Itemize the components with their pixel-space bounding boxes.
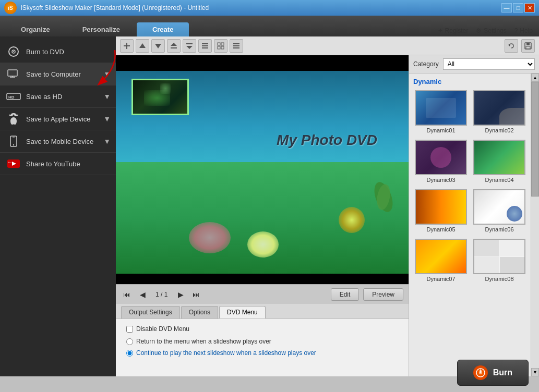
previous-button[interactable]: ◀ bbox=[137, 289, 148, 300]
window-controls[interactable]: — □ ✕ bbox=[501, 3, 535, 13]
category-select[interactable]: All Dynamic Static bbox=[443, 58, 535, 70]
dvd-menu-panel: Disable DVD Menu Return to the menu when… bbox=[116, 319, 409, 376]
theme-thumbnail-dynamic01 bbox=[415, 90, 467, 126]
toolbar-btn-4[interactable] bbox=[167, 39, 181, 53]
settings-button[interactable]: ⚙ Settings bbox=[476, 27, 506, 34]
theme-name-dynamic08: Dynamic08 bbox=[485, 276, 513, 282]
mobile-icon bbox=[6, 136, 21, 147]
option2-label: Continue to play the next slideshow when… bbox=[136, 349, 316, 357]
svg-rect-20 bbox=[171, 47, 177, 48]
sidebar-item-save-computer[interactable]: Save to Computer ▼ bbox=[0, 63, 116, 85]
sidebar-item-youtube[interactable]: You Share to YouTube bbox=[0, 153, 116, 175]
theme-item-dynamic08[interactable]: Dynamic08 bbox=[472, 237, 527, 284]
theme-item-dynamic03[interactable]: Dynamic03 bbox=[413, 138, 469, 185]
help-button[interactable]: ? Help bbox=[514, 27, 533, 34]
theme-scroll-area[interactable]: Dynamic Dynamic01 bbox=[409, 74, 531, 376]
svg-rect-22 bbox=[186, 43, 193, 44]
tab-options[interactable]: Options bbox=[181, 306, 218, 318]
scroll-up-button[interactable]: ▲ bbox=[531, 74, 539, 82]
sidebar-item-burn-dvd[interactable]: Burn to DVD bbox=[0, 41, 116, 63]
skip-to-start-button[interactable]: ⏮ bbox=[121, 289, 133, 300]
theme-item-dynamic05[interactable]: Dynamic05 bbox=[413, 188, 469, 234]
toolbar-btn-3[interactable] bbox=[151, 39, 165, 53]
svg-rect-32 bbox=[233, 47, 239, 48]
svg-point-2 bbox=[13, 51, 14, 52]
svg-rect-28 bbox=[218, 46, 220, 49]
option1-row: Return to the menu when a slideshow play… bbox=[126, 338, 398, 345]
toolbar-btn-2[interactable] bbox=[136, 39, 149, 53]
svg-rect-25 bbox=[202, 47, 208, 48]
category-label: Category bbox=[413, 60, 439, 68]
svg-text:HD: HD bbox=[8, 95, 15, 100]
register-button[interactable]: ✦ Register bbox=[438, 27, 469, 34]
toolbar-btn-1[interactable] bbox=[120, 39, 134, 53]
play-button[interactable]: ▶ bbox=[175, 289, 186, 300]
theme-item-dynamic07[interactable]: Dynamic07 bbox=[413, 237, 469, 284]
option1-radio[interactable] bbox=[126, 338, 133, 345]
option1-label: Return to the menu when a slideshow play… bbox=[136, 338, 271, 345]
svg-point-10 bbox=[13, 144, 14, 145]
theme-name-dynamic04: Dynamic04 bbox=[485, 177, 513, 183]
scroll-down-button[interactable]: ▼ bbox=[531, 368, 539, 376]
svg-rect-30 bbox=[233, 43, 239, 44]
toolbar-undo-button[interactable] bbox=[505, 39, 518, 53]
preview-button[interactable]: Preview bbox=[363, 288, 403, 301]
svg-rect-4 bbox=[8, 70, 17, 76]
right-panel-scrollbar: ▲ ▼ bbox=[531, 74, 539, 376]
register-icon: ✦ bbox=[438, 27, 443, 34]
burn-button[interactable]: Burn bbox=[457, 360, 529, 386]
sidebar-item-label-youtube: Share to YouTube bbox=[26, 160, 80, 168]
theme-item-dynamic06[interactable]: Dynamic06 bbox=[472, 188, 527, 234]
expand-arrow-apple: ▼ bbox=[103, 115, 111, 123]
title-bar: iS iSkysoft Slideshow Maker [Standard Mo… bbox=[0, 0, 539, 16]
svg-rect-31 bbox=[233, 45, 239, 46]
apple-icon bbox=[6, 113, 21, 125]
maximize-button[interactable]: □ bbox=[513, 3, 523, 13]
title-bar-text: iSkysoft Slideshow Maker [Standard Mode]… bbox=[21, 4, 209, 11]
theme-item-dynamic01[interactable]: Dynamic01 bbox=[413, 89, 469, 135]
toolbar-save-button[interactable] bbox=[521, 39, 535, 53]
tab-output-settings[interactable]: Output Settings bbox=[121, 306, 180, 318]
theme-thumbnail-dynamic02 bbox=[473, 90, 525, 126]
theme-item-dynamic02[interactable]: Dynamic02 bbox=[472, 89, 527, 135]
theme-item-dynamic04[interactable]: Dynamic04 bbox=[472, 138, 527, 185]
toolbar-btn-5[interactable] bbox=[183, 39, 196, 53]
gear-icon: ⚙ bbox=[476, 27, 482, 34]
toolbar-btn-6[interactable] bbox=[198, 39, 212, 53]
sidebar-item-save-apple[interactable]: Save to Apple Device ▼ bbox=[0, 108, 116, 130]
toolbar-btn-8[interactable] bbox=[230, 39, 243, 53]
sidebar-item-label-save-computer: Save to Computer bbox=[26, 70, 81, 78]
skip-to-end-button[interactable]: ⏭ bbox=[190, 289, 202, 300]
main-toolbar bbox=[116, 36, 539, 55]
minimize-button[interactable]: — bbox=[501, 3, 512, 13]
tab-organize[interactable]: Organize bbox=[5, 22, 66, 36]
sidebar-item-save-mobile[interactable]: Save to Mobile Device ▼ bbox=[0, 130, 116, 153]
svg-rect-26 bbox=[218, 43, 220, 45]
sidebar-item-label-save-apple: Save to Apple Device bbox=[26, 115, 91, 123]
theme-thumbnail-dynamic08 bbox=[473, 239, 525, 274]
svg-text:You: You bbox=[8, 161, 11, 164]
theme-name-dynamic03: Dynamic03 bbox=[426, 177, 455, 183]
sidebar-item-label-burn-dvd: Burn to DVD bbox=[26, 48, 64, 56]
sidebar-item-save-hd[interactable]: HD Save as HD ▼ bbox=[0, 85, 116, 108]
tab-create[interactable]: Create bbox=[137, 22, 189, 36]
svg-marker-19 bbox=[171, 43, 177, 46]
svg-marker-33 bbox=[508, 44, 510, 46]
theme-name-dynamic02: Dynamic02 bbox=[485, 127, 513, 133]
option2-radio[interactable] bbox=[126, 350, 133, 357]
app-logo: iS bbox=[4, 2, 17, 14]
tab-personalize[interactable]: Personalize bbox=[67, 22, 136, 36]
svg-rect-16 bbox=[126, 43, 127, 49]
svg-marker-18 bbox=[155, 44, 161, 48]
expand-arrow-hd: ▼ bbox=[103, 92, 111, 101]
disable-dvd-menu-row: Disable DVD Menu bbox=[126, 325, 398, 333]
theme-thumbnail-dynamic06 bbox=[473, 189, 525, 225]
edit-button[interactable]: Edit bbox=[331, 288, 360, 301]
computer-icon bbox=[6, 68, 21, 80]
disable-dvd-checkbox[interactable] bbox=[126, 326, 133, 333]
sidebar-item-label-save-mobile: Save to Mobile Device bbox=[26, 138, 93, 145]
tab-dvd-menu[interactable]: DVD Menu bbox=[219, 306, 266, 318]
close-button[interactable]: ✕ bbox=[524, 3, 535, 13]
youtube-icon: You bbox=[6, 158, 21, 169]
toolbar-btn-7[interactable] bbox=[214, 39, 227, 53]
